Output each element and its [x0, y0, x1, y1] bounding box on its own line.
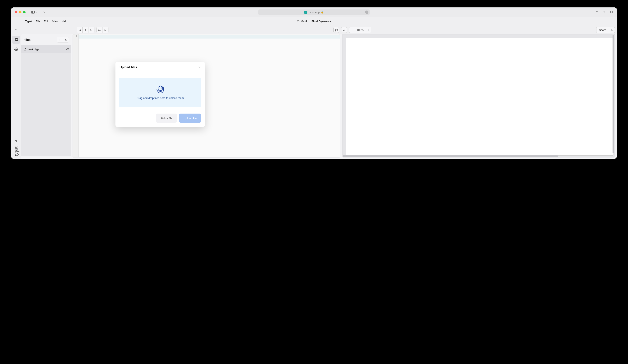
svg-point-8 — [16, 49, 17, 50]
modal-footer: Pick a file Upload file — [115, 111, 205, 127]
add-file-button[interactable]: + — [57, 37, 63, 42]
line-number: 1 — [73, 35, 77, 38]
menu-help[interactable]: Help — [62, 20, 67, 23]
browser-sidebar-toggle[interactable]: ⌄ — [31, 10, 38, 14]
file-icon — [23, 48, 26, 51]
address-bar[interactable]: t typst.app 🔒 ••• — [258, 9, 370, 15]
typst-logo: typst — [13, 146, 19, 156]
app-body: ? typst B I U 123 — [11, 26, 617, 159]
cloud-icon — [297, 20, 300, 23]
zoom-out-button[interactable]: − — [349, 27, 355, 33]
close-icon[interactable]: ✕ — [198, 66, 201, 69]
address-more-icon[interactable]: ••• — [365, 10, 368, 14]
text-style-group: B I U — [77, 27, 94, 33]
window-minimize[interactable] — [19, 11, 21, 13]
modal-title: Upload files — [120, 65, 137, 69]
hand-icon — [156, 85, 164, 94]
zoom-group: − 100% + — [349, 27, 371, 33]
breadcrumb-project[interactable]: Fluid Dynamics — [312, 20, 331, 23]
window-maximize[interactable] — [23, 11, 26, 13]
breadcrumb: Martin › Fluid Dynamics — [297, 20, 331, 23]
files-panel-header: Files + — [21, 34, 71, 45]
files-panel-tab[interactable] — [12, 36, 20, 44]
files-panel: Files + main.typ — [21, 34, 71, 156]
numbered-list-button[interactable]: 123 — [102, 27, 108, 33]
preview-scrollbar-horizontal[interactable] — [343, 155, 612, 157]
menu-edit[interactable]: Edit — [44, 20, 48, 23]
bold-button[interactable]: B — [77, 27, 83, 33]
menu-bar: Typst File Edit View Help — [25, 20, 67, 23]
upload-files-modal: Upload files ✕ Drag and drop files here … — [115, 62, 205, 127]
dropzone-text: Drag and drop files here to upload them — [137, 96, 184, 100]
list-group: 123 — [96, 27, 108, 33]
browser-chrome: ⌄ t typst.app 🔒 ••• — [11, 7, 617, 17]
site-favicon: t — [304, 11, 308, 14]
comment-button[interactable] — [333, 27, 339, 33]
modal-header: Upload files ✕ — [115, 62, 205, 72]
new-tab-icon[interactable] — [602, 10, 606, 14]
dropzone[interactable]: Drag and drop files here to upload them — [119, 78, 201, 107]
line-gutter: 1 — [73, 34, 78, 157]
traffic-lights — [15, 11, 26, 13]
zoom-in-button[interactable]: + — [365, 27, 371, 33]
preview-scrollbar-vertical[interactable] — [613, 35, 614, 153]
browser-back[interactable] — [42, 10, 46, 14]
chevron-right-icon: › — [310, 20, 310, 23]
files-panel-title: Files — [23, 38, 30, 41]
code-editor[interactable]: 1 — [73, 34, 340, 157]
share-group: Share — [596, 27, 615, 33]
svg-rect-5 — [611, 11, 613, 13]
menu-brand[interactable]: Typst — [25, 20, 32, 23]
upload-file-button[interactable] — [63, 37, 69, 42]
settings-tab[interactable] — [12, 45, 20, 53]
underline-button[interactable]: U — [88, 27, 94, 33]
chevron-down-icon: ⌄ — [36, 11, 38, 13]
svg-rect-0 — [32, 11, 35, 13]
check-button[interactable] — [341, 27, 347, 33]
tabs-icon[interactable] — [610, 10, 613, 14]
share-icon[interactable] — [595, 10, 599, 14]
preview-pane — [342, 34, 615, 157]
help-icon[interactable]: ? — [15, 140, 17, 144]
window-close[interactable] — [15, 11, 17, 13]
file-name: main.typ — [28, 48, 39, 51]
menu-file[interactable]: File — [36, 20, 40, 23]
zoom-value[interactable]: 100% — [355, 27, 365, 33]
active-line-highlight — [78, 35, 340, 39]
preview-page — [346, 38, 613, 156]
browser-window: ⌄ t typst.app 🔒 ••• Typst — [11, 7, 617, 159]
file-row-main[interactable]: main.typ — [21, 45, 71, 53]
download-button[interactable] — [609, 27, 615, 33]
svg-text:3: 3 — [104, 30, 105, 31]
app-header: Typst File Edit View Help Martin › Fluid… — [11, 17, 617, 26]
app-toolbar: B I U 123 — [21, 26, 617, 34]
address-url: typst.app — [309, 11, 319, 14]
grip-handle-icon[interactable] — [12, 26, 20, 34]
lock-icon: 🔒 — [321, 11, 324, 14]
left-rail: ? typst — [11, 26, 21, 159]
eye-icon[interactable] — [66, 47, 69, 51]
menu-view[interactable]: View — [52, 20, 58, 23]
svg-point-23 — [67, 48, 68, 49]
pick-file-button[interactable]: Pick a file — [156, 114, 177, 123]
breadcrumb-user[interactable]: Martin — [301, 20, 308, 23]
upload-file-submit-button[interactable]: Upload file — [179, 114, 201, 123]
italic-button[interactable]: I — [83, 27, 88, 33]
bullet-list-button[interactable] — [97, 27, 102, 33]
share-button[interactable]: Share — [596, 27, 609, 33]
